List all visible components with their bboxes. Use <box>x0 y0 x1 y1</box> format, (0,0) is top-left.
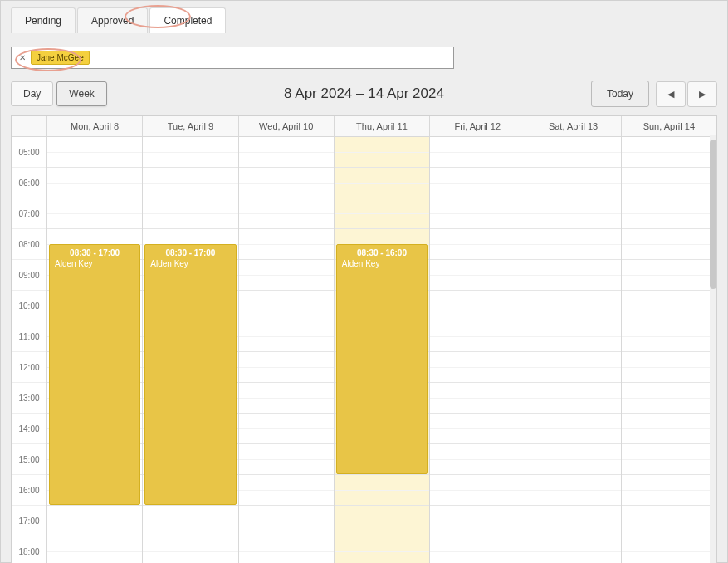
day-header-fri[interactable]: Fri, April 12 <box>429 116 525 136</box>
date-range-label: 8 Apr 2024 – 14 Apr 2024 <box>284 86 444 102</box>
time-label: 17:00 <box>12 506 46 536</box>
time-label: 13:00 <box>12 383 46 414</box>
calendar-event[interactable]: 08:30 - 17:00 Alden Key <box>144 244 236 505</box>
calendar-header: Mon, April 8 Tue, April 9 Wed, April 10 … <box>12 116 716 137</box>
view-controls: Day Week 8 Apr 2024 – 14 Apr 2024 Today … <box>1 77 727 115</box>
event-title: Alden Key <box>55 259 134 268</box>
event-time: 08:30 - 17:00 <box>150 248 230 257</box>
calendar-event[interactable]: 08:30 - 16:00 Alden Key <box>336 244 428 474</box>
filter-row: ✕ Jane McGee <box>1 33 727 77</box>
chevron-left-icon: ◀ <box>667 89 674 100</box>
status-tabs: Pending Approved Completed <box>1 1 727 33</box>
week-view-button[interactable]: Week <box>56 81 106 106</box>
time-column: 05:00 06:00 07:00 08:00 09:00 10:00 11:0… <box>12 137 46 563</box>
calendar: Mon, April 8 Tue, April 9 Wed, April 10 … <box>11 115 717 563</box>
time-column-header <box>12 116 46 136</box>
filter-input[interactable]: ✕ Jane McGee <box>11 47 454 69</box>
next-button[interactable]: ▶ <box>687 81 717 107</box>
event-title: Alden Key <box>150 259 230 268</box>
calendar-body[interactable]: 05:00 06:00 07:00 08:00 09:00 10:00 11:0… <box>12 137 716 563</box>
time-label: 09:00 <box>12 260 46 291</box>
day-col-fri[interactable] <box>429 137 525 563</box>
time-label: 07:00 <box>12 198 46 229</box>
time-label: 08:00 <box>12 229 46 260</box>
day-header-thu[interactable]: Thu, April 11 <box>334 116 429 136</box>
time-label: 18:00 <box>12 536 46 563</box>
day-col-mon[interactable]: 08:30 - 17:00 Alden Key <box>46 137 142 563</box>
day-header-tue[interactable]: Tue, April 9 <box>142 116 237 136</box>
event-title: Alden Key <box>342 259 422 268</box>
day-col-thu[interactable]: 08:30 - 16:00 Alden Key <box>334 137 429 563</box>
calendar-event[interactable]: 08:30 - 17:00 Alden Key <box>49 244 140 505</box>
time-label: 06:00 <box>12 168 46 198</box>
day-header-sat[interactable]: Sat, April 13 <box>525 116 620 136</box>
time-label: 15:00 <box>12 444 46 475</box>
tab-approved[interactable]: Approved <box>77 7 148 33</box>
time-label: 11:00 <box>12 321 46 352</box>
day-header-sun[interactable]: Sun, April 14 <box>621 116 716 136</box>
event-time: 08:30 - 17:00 <box>55 248 134 257</box>
event-time: 08:30 - 16:00 <box>342 248 422 257</box>
day-header-wed[interactable]: Wed, April 10 <box>238 116 334 136</box>
day-col-sat[interactable] <box>525 137 620 563</box>
chevron-right-icon: ▶ <box>699 89 706 100</box>
time-label: 14:00 <box>12 414 46 444</box>
time-label: 05:00 <box>12 137 46 168</box>
day-header-mon[interactable]: Mon, April 8 <box>46 116 142 136</box>
day-col-sun[interactable] <box>621 137 716 563</box>
day-col-tue[interactable]: 08:30 - 17:00 Alden Key <box>142 137 237 563</box>
scrollbar-thumb[interactable] <box>710 140 716 289</box>
remove-tag-icon[interactable]: ✕ <box>17 52 28 64</box>
tab-completed[interactable]: Completed <box>149 7 226 33</box>
prev-button[interactable]: ◀ <box>656 81 686 107</box>
time-label: 12:00 <box>12 352 46 383</box>
day-view-button[interactable]: Day <box>11 81 53 106</box>
time-label: 16:00 <box>12 475 46 506</box>
time-label: 10:00 <box>12 291 46 321</box>
day-col-wed[interactable] <box>238 137 334 563</box>
today-button[interactable]: Today <box>591 81 649 107</box>
filter-tag[interactable]: Jane McGee <box>31 51 90 65</box>
tab-pending[interactable]: Pending <box>11 7 76 33</box>
